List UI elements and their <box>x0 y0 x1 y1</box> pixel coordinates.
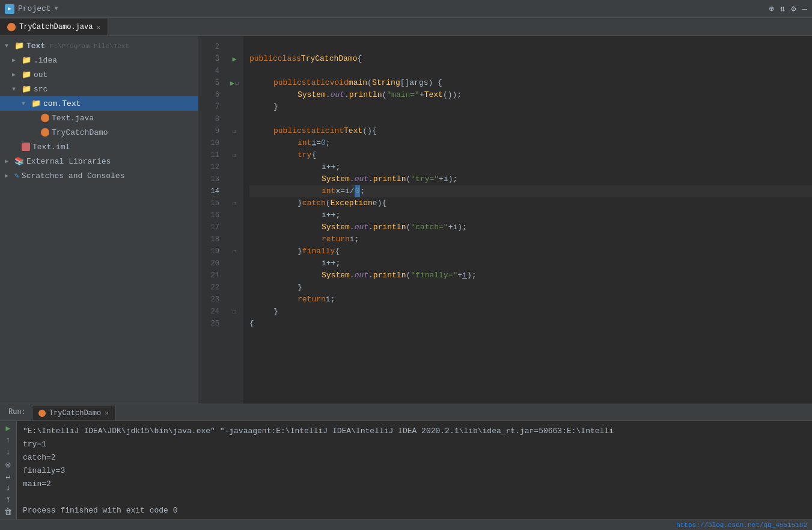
globe-icon[interactable]: ⊕ <box>769 4 774 14</box>
code-line-15: } catch ( Exception e ){ <box>249 197 812 209</box>
param: e <box>373 197 377 209</box>
keyword: int <box>322 185 335 197</box>
punct: [] <box>400 77 410 89</box>
run-up-button[interactable]: ↑ <box>2 436 15 445</box>
gutter-line: ◻ <box>225 197 243 209</box>
sidebar-item-text-java[interactable]: ▶ Text.java <box>0 111 198 125</box>
gutter-line <box>225 173 243 185</box>
var: i <box>350 233 355 245</box>
sidebar-item-scratches[interactable]: ▶ ✎ Scratches and Consoles <box>0 168 198 183</box>
gutter-line <box>225 233 243 245</box>
punct: ( <box>406 173 411 185</box>
run-wrap-button[interactable]: ↵ <box>2 472 15 481</box>
code-line-20: i ++; <box>249 257 812 270</box>
punct: ++; <box>326 257 340 270</box>
punct: ; <box>331 294 335 306</box>
code-line-22: } <box>249 282 812 294</box>
punct: ); <box>457 221 467 233</box>
method-call: println <box>373 270 406 282</box>
sidebar-item-src[interactable]: ▼ 📁 src <box>0 82 198 96</box>
punct: ; <box>326 137 331 149</box>
keyword: public <box>249 53 278 65</box>
java-file-icon <box>7 23 16 31</box>
code-line-9: public static int Text (){ <box>249 125 812 137</box>
keyword: return <box>298 294 326 306</box>
iml-file-icon <box>22 143 30 151</box>
sidebar-item-com-text[interactable]: ▼ 📁 com.Text <box>0 96 198 111</box>
item-label: .idea <box>34 56 57 65</box>
gutter-line: ▶ <box>225 53 243 65</box>
run-tab-trycatchdamo[interactable]: TryCatchDamo ✕ <box>32 405 115 421</box>
fold-icon[interactable]: ◻ <box>233 200 236 207</box>
item-label: out <box>34 70 47 79</box>
run-output-line: main=2 <box>23 478 806 491</box>
dropdown-icon[interactable]: ▼ <box>55 5 58 12</box>
punct: { <box>311 149 316 161</box>
sync-icon[interactable]: ⇅ <box>780 4 785 14</box>
keyword: static <box>302 125 330 137</box>
code-editor: 2 3 4 5 6 7 8 9 10 11 12 13 14 15 16 17 … <box>198 36 812 404</box>
sidebar-item-trycatchdamo[interactable]: ▶ TryCatchDamo <box>0 125 198 140</box>
tab-close-button[interactable]: ✕ <box>96 23 100 31</box>
java-file-icon <box>41 114 49 122</box>
sidebar-item-out[interactable]: ▶ 📁 out <box>0 67 198 82</box>
line-num: 21 <box>198 270 225 282</box>
fold-icon[interactable]: ◻ <box>233 152 236 159</box>
chevron-right-icon: ▶ <box>5 158 12 165</box>
punct: ( <box>382 89 386 101</box>
run-play-button[interactable]: ▶ <box>2 424 15 433</box>
fold-icon[interactable]: ◻ <box>233 308 236 315</box>
line-num: 7 <box>198 101 225 113</box>
run-scroll-button[interactable]: ⤓ <box>2 484 15 493</box>
sidebar-item-idea[interactable]: ▶ 📁 .idea <box>0 53 198 67</box>
punct: + <box>448 221 453 233</box>
classname: Exception <box>331 197 373 209</box>
gutter-line: ◻ <box>225 125 243 137</box>
sidebar-item-text-root[interactable]: ▼ 📁 Text F:\Program File\Text <box>0 39 198 53</box>
code-line-18: return i ; <box>249 233 812 245</box>
keyword: catch <box>302 197 326 209</box>
main-content: ▼ 📁 Text F:\Program File\Text ▶ 📁 .idea … <box>0 36 812 404</box>
classname: TryCatchDamo <box>301 53 358 65</box>
item-label: Text.iml <box>32 143 70 152</box>
run-panel: Run: TryCatchDamo ✕ ▶ ↑ ↓ ◎ ↵ ⤓ ⤒ 🗑 "E:\… <box>0 404 812 530</box>
run-camera-button[interactable]: ◎ <box>2 460 15 469</box>
line-num: 3 <box>198 53 225 65</box>
run-down-button[interactable]: ↓ <box>2 448 15 457</box>
var: i <box>453 221 458 233</box>
var: i <box>322 209 326 221</box>
sidebar-item-external-libraries[interactable]: ▶ 📚 External Libraries <box>0 154 198 168</box>
sidebar-item-text-iml[interactable]: ▶ Text.iml <box>0 140 198 154</box>
editor-tab-trycatchdamo[interactable]: TryCatchDamo.java ✕ <box>0 19 108 35</box>
code-line-5: public static void main ( String [] args… <box>249 77 812 89</box>
keyword: int <box>330 125 344 137</box>
keyword: finally <box>302 245 335 257</box>
fold-icon[interactable]: ◻ <box>233 248 236 255</box>
settings-icon[interactable]: ⚙ <box>791 4 796 14</box>
code-line-24: } <box>249 306 812 318</box>
punct: ++; <box>326 209 340 221</box>
run-trash-button[interactable]: 🗑 <box>2 507 15 517</box>
run-import-button[interactable]: ⤒ <box>2 495 15 505</box>
project-label[interactable]: Project <box>18 4 51 13</box>
footer-url[interactable]: https://blog.csdn.net/qq_45515182 <box>676 522 807 529</box>
title-bar-controls: ⊕ ⇅ ⚙ — <box>769 4 807 14</box>
item-label: Text.java <box>52 114 94 123</box>
fold-icon[interactable]: ◻ <box>235 79 239 87</box>
folder-icon: 📁 <box>22 70 31 79</box>
fold-icon[interactable]: ◻ <box>233 128 236 135</box>
gutter-line <box>225 41 243 53</box>
var: i <box>326 294 331 306</box>
var: i <box>311 137 316 149</box>
line-num: 14 <box>198 185 225 197</box>
run-content: ▶ ↑ ↓ ◎ ↵ ⤓ ⤒ 🗑 "E:\IntelliJ IDEA\JDK\jd… <box>0 421 812 519</box>
run-tab-close[interactable]: ✕ <box>105 409 109 417</box>
punct: . <box>368 221 373 233</box>
code-area[interactable]: 2 3 4 5 6 7 8 9 10 11 12 13 14 15 16 17 … <box>198 36 812 404</box>
run-arrow-icon: ▶ <box>230 79 234 88</box>
minimize-icon[interactable]: — <box>802 4 807 14</box>
code-content[interactable]: public class TryCatchDamo { public stati… <box>243 36 812 404</box>
punct: . <box>368 173 373 185</box>
run-output-line <box>23 491 806 504</box>
punct: . <box>350 173 355 185</box>
